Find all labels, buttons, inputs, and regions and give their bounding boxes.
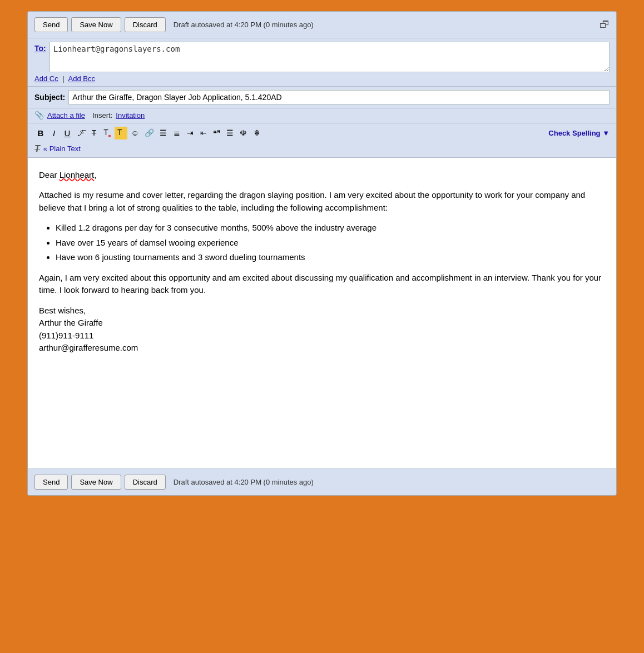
subject-row: Subject: [28,86,616,108]
sender-phone: (911)911-9111 [39,331,93,340]
align-center-button[interactable]: ☫ [237,127,250,138]
send-button-bottom[interactable]: Send [34,475,68,490]
indent-button[interactable]: ⇥ [184,127,196,138]
align-left-button[interactable]: ☰ [224,127,236,138]
bold-button[interactable]: B [34,127,47,139]
to-row: To: Lionheart@gragonslayers.com [28,38,616,72]
closing-text: Best wishes, [39,306,86,315]
bullet-item-2: Have over 15 years of damsel wooing expe… [56,237,605,250]
unordered-list-button[interactable]: ≣ [171,127,183,138]
expand-icon[interactable]: 🗗 [600,19,610,31]
align-right-button[interactable]: ☬ [251,127,263,138]
ordered-list-button[interactable]: ☰ [157,127,170,138]
text-color-button[interactable]: T■ [101,127,113,139]
email-compose-window: Send Save Now Discard Draft autosaved at… [27,11,617,496]
add-cc-link[interactable]: Add Cc [34,74,58,83]
email-body[interactable]: Dear Lionheart, Attached is my resume an… [28,157,616,468]
plain-text-link[interactable]: Plain Text [43,144,81,153]
bullet-item-1: Killed 1.2 dragons per day for 3 consecu… [56,222,605,235]
save-now-button-top[interactable]: Save Now [71,17,121,32]
to-input[interactable]: Lionheart@gragonslayers.com [49,42,610,72]
discard-button-bottom[interactable]: Discard [125,475,166,490]
highlight-button[interactable]: T■ [115,127,127,139]
to-label: To: [34,42,46,53]
body-paragraph-1: Attached is my resume and cover letter, … [39,189,605,214]
body-paragraph-2: Again, I am very excited about this oppo… [39,272,605,297]
discard-button-top[interactable]: Discard [125,17,166,32]
attach-file-link[interactable]: Attach a file [47,111,85,119]
greeting: Dear Lionheart, [39,169,605,182]
save-now-button-bottom[interactable]: Save Now [71,475,121,490]
cc-bcc-row: Add Cc | Add Bcc [28,72,616,86]
blockquote-button[interactable]: ❝❞ [211,128,223,138]
send-button-top[interactable]: Send [34,17,68,32]
add-bcc-link[interactable]: Add Bcc [68,74,95,83]
accomplishments-list: Killed 1.2 dragons per day for 3 consecu… [56,222,605,264]
remove-formatting-icon: T [34,144,40,154]
bottom-toolbar: Send Save Now Discard Draft autosaved at… [28,468,616,495]
subject-label: Subject: [34,93,65,102]
smiley-button[interactable]: ☺ [128,127,141,138]
strikethrough-button[interactable]: T [88,127,100,138]
insert-label: Insert: [88,111,112,119]
attach-row: 📎 Attach a file Insert: Invitation [28,108,616,123]
cc-separator: | [62,74,64,83]
sender-name: Arthur the Giraffe [39,318,103,327]
underline-button[interactable]: U [61,127,73,139]
top-toolbar: Send Save Now Discard Draft autosaved at… [28,12,616,38]
bullet-item-3: Have won 6 jousting tournaments and 3 sw… [56,251,605,264]
outdent-button[interactable]: ⇤ [197,127,210,138]
sender-email: arthur@girafferesume.com [39,343,138,352]
link-button[interactable]: 🔗 [142,127,156,138]
font-button[interactable]: 𝓕 [75,127,87,139]
autosave-status-top: Draft autosaved at 4:20 PM (0 minutes ag… [174,21,314,29]
recipient-name: Lionheart [60,170,95,180]
format-toolbar: B I U 𝓕 T T■ T■ ☺ 🔗 ☰ ≣ ⇥ ⇤ ❝❞ ☰ ☫ ☬ Che… [28,123,616,143]
plain-text-row: T Plain Text [28,143,616,157]
closing-block: Best wishes, Arthur the Giraffe (911)911… [39,305,605,355]
subject-input[interactable] [68,90,610,104]
invitation-link[interactable]: Invitation [116,111,145,119]
check-spelling-button[interactable]: Check Spelling ▼ [548,129,610,137]
paperclip-icon: 📎 [34,111,44,119]
italic-button[interactable]: I [48,127,60,139]
autosave-status-bottom: Draft autosaved at 4:20 PM (0 minutes ag… [174,478,314,486]
